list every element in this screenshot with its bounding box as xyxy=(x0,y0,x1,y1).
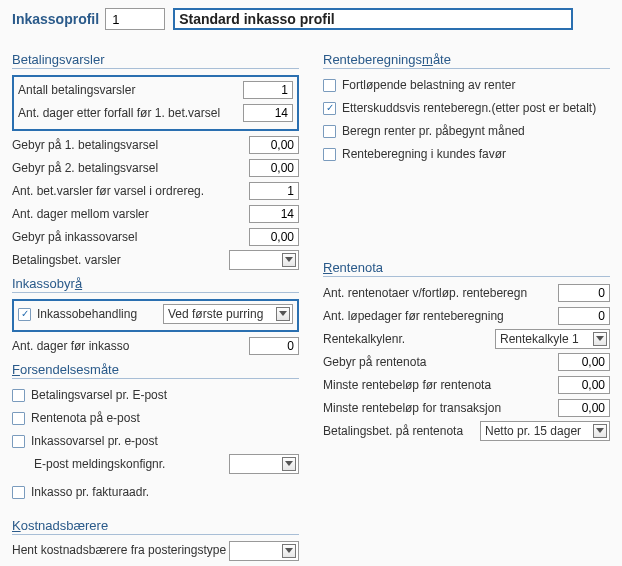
inkasso-epost-label: Inkassovarsel pr. e-post xyxy=(31,434,299,448)
betalingsbet-rentenota-select[interactable]: Netto pr. 15 dager xyxy=(480,421,610,441)
minste-trans-label: Minste rentebeløp for transaksjon xyxy=(323,401,558,415)
betalingsbet-rentenota-label: Betalingsbet. på rentenota xyxy=(323,424,480,438)
etterskudd-label: Etterskuddsvis renteberegn.(etter post e… xyxy=(342,101,610,115)
inkassobehandling-value: Ved første purring xyxy=(168,307,263,321)
antall-betalingsvarsler-label: Antall betalingsvarsler xyxy=(18,83,243,97)
ant-mellom-label: Ant. dager mellom varsler xyxy=(12,207,249,221)
bet-epost-checkbox[interactable] xyxy=(12,389,25,402)
chevron-down-icon xyxy=(282,457,296,471)
gebyr-inkasso-label: Gebyr på inkassovarsel xyxy=(12,230,249,244)
minste-belop-label: Minste rentebeløp før rentenota xyxy=(323,378,558,392)
section-renteberegn: Renteberegningsmåte xyxy=(323,52,610,69)
kundes-favor-checkbox[interactable] xyxy=(323,148,336,161)
rentekalkylenr-label: Rentekalkylenr. xyxy=(323,332,495,346)
rentenota-epost-checkbox[interactable] xyxy=(12,412,25,425)
rentekalkylenr-value: Rentekalkyle 1 xyxy=(500,332,579,346)
inkasso-fakturaadr-checkbox[interactable] xyxy=(12,486,25,499)
highlight-box-inkasso: ✓ Inkassobehandling Ved første purring xyxy=(12,299,299,332)
gebyr1-label: Gebyr på 1. betalingsvarsel xyxy=(12,138,249,152)
dager-forfall-label: Ant. dager etter forfall før 1. bet.vars… xyxy=(18,106,243,120)
pabegynt-label: Beregn renter pr. påbegynt måned xyxy=(342,124,610,138)
ant-bet-ordrereg-input[interactable] xyxy=(249,182,299,200)
pabegynt-checkbox[interactable] xyxy=(323,125,336,138)
ant-rentenotaer-label: Ant. rentenotaer v/fortløp. renteberegn xyxy=(323,286,558,300)
chevron-down-icon xyxy=(593,424,607,438)
right-column: Renteberegningsmåte Fortløpende belastni… xyxy=(323,46,610,564)
ant-dager-inkasso-label: Ant. dager før inkasso xyxy=(12,339,249,353)
betalingsbet-varsler-select[interactable] xyxy=(229,250,299,270)
ant-dager-inkasso-input[interactable] xyxy=(249,337,299,355)
chevron-down-icon xyxy=(593,332,607,346)
section-forsendelse: Forsendelsesmåte xyxy=(12,362,299,379)
dager-forfall-input[interactable] xyxy=(243,104,293,122)
section-inkassobyra: Inkassobyrå xyxy=(12,276,299,293)
hent-kostnad-select[interactable] xyxy=(229,541,299,561)
fortlopende-checkbox[interactable] xyxy=(323,79,336,92)
hent-kostnad-label: Hent kostnadsbærere fra posteringstype xyxy=(12,544,229,558)
epost-config-select[interactable] xyxy=(229,454,299,474)
etterskudd-checkbox[interactable]: ✓ xyxy=(323,102,336,115)
epost-config-label: E-post meldingskonfignr. xyxy=(34,457,229,471)
gebyr1-input[interactable] xyxy=(249,136,299,154)
section-rentenota: Rentenota xyxy=(323,260,610,277)
header-label: Inkassoprofil xyxy=(12,11,99,27)
kundes-favor-label: Renteberegning i kundes favør xyxy=(342,147,610,161)
left-column: Betalingsvarsler Antall betalingsvarsler… xyxy=(12,46,299,564)
antall-betalingsvarsler-input[interactable] xyxy=(243,81,293,99)
section-kostnad: Kostnadsbærere xyxy=(12,518,299,535)
profile-number-input[interactable] xyxy=(105,8,165,30)
inkasso-fakturaadr-label: Inkasso pr. fakturaadr. xyxy=(31,485,299,499)
section-betalingsvarsler: Betalingsvarsler xyxy=(12,52,299,69)
bet-epost-label: Betalingsvarsel pr. E-post xyxy=(31,388,299,402)
chevron-down-icon xyxy=(282,253,296,267)
betalingsbet-varsler-label: Betalingsbet. varsler xyxy=(12,253,229,267)
ant-bet-ordrereg-label: Ant. bet.varsler før varsel i ordrereg. xyxy=(12,184,249,198)
chevron-down-icon xyxy=(282,544,296,558)
ant-rentenotaer-input[interactable] xyxy=(558,284,610,302)
ant-lopedager-input[interactable] xyxy=(558,307,610,325)
chevron-down-icon xyxy=(276,307,290,321)
fortlopende-label: Fortløpende belastning av renter xyxy=(342,78,610,92)
gebyr2-input[interactable] xyxy=(249,159,299,177)
inkassobehandling-checkbox[interactable]: ✓ xyxy=(18,308,31,321)
profile-name-input[interactable] xyxy=(173,8,573,30)
inkassobehandling-select[interactable]: Ved første purring xyxy=(163,304,293,324)
ant-lopedager-label: Ant. løpedager før renteberegning xyxy=(323,309,558,323)
gebyr-rentenota-label: Gebyr på rentenota xyxy=(323,355,558,369)
betalingsbet-rentenota-value: Netto pr. 15 dager xyxy=(485,424,581,438)
inkassobehandling-label: Inkassobehandling xyxy=(37,307,163,321)
minste-trans-input[interactable] xyxy=(558,399,610,417)
rentenota-epost-label: Rentenota på e-post xyxy=(31,411,299,425)
highlight-box-varsler: Antall betalingsvarsler Ant. dager etter… xyxy=(12,75,299,131)
gebyr2-label: Gebyr på 2. betalingsvarsel xyxy=(12,161,249,175)
minste-belop-input[interactable] xyxy=(558,376,610,394)
header-row: Inkassoprofil xyxy=(12,8,610,30)
rentekalkylenr-select[interactable]: Rentekalkyle 1 xyxy=(495,329,610,349)
inkasso-epost-checkbox[interactable] xyxy=(12,435,25,448)
ant-mellom-input[interactable] xyxy=(249,205,299,223)
gebyr-rentenota-input[interactable] xyxy=(558,353,610,371)
gebyr-inkasso-input[interactable] xyxy=(249,228,299,246)
